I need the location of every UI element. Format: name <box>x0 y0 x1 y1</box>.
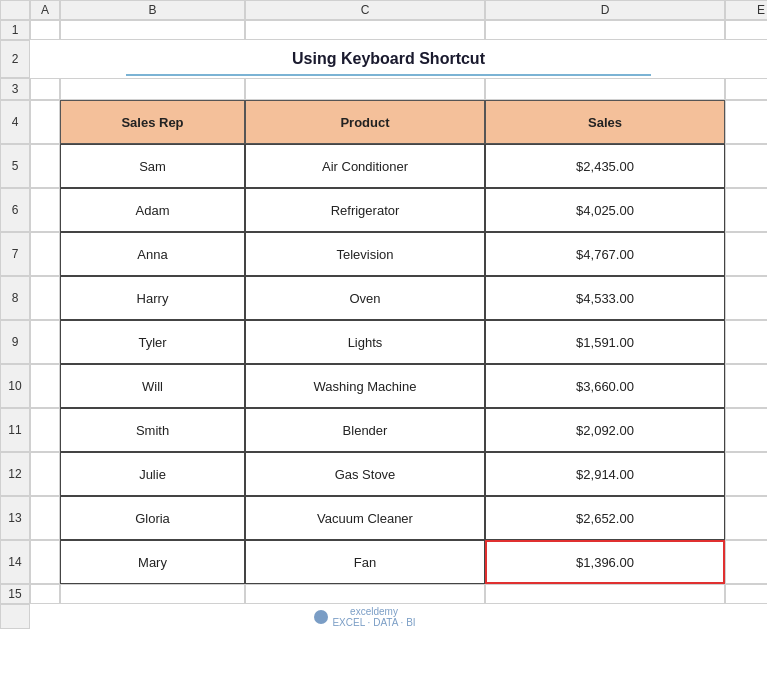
cell-b6: Adam <box>60 188 245 232</box>
cell-d14: $1,396.00 <box>485 540 725 584</box>
row-header-1: 1 <box>0 20 30 40</box>
cell-c12: Gas Stove <box>245 452 485 496</box>
cell-b10: Will <box>60 364 245 408</box>
spreadsheet-title: Using Keyboard Shortcut <box>60 50 717 68</box>
cell-b11: Smith <box>60 408 245 452</box>
row-header-wm <box>0 604 30 629</box>
cell-d11: $2,092.00 <box>485 408 725 452</box>
data-rows: 5 Sam Air Conditioner $2,435.00 6 Adam R… <box>0 144 767 584</box>
col-header-d: D <box>485 0 725 20</box>
row-4: 4 Sales Rep Product Sales <box>0 100 767 144</box>
cell-d5: $2,435.00 <box>485 144 725 188</box>
watermark-line1: exceldemy <box>350 606 398 617</box>
cell-e15 <box>725 584 767 604</box>
cell-a15 <box>30 584 60 604</box>
row-13: 13 Gloria Vacuum Cleaner $2,652.00 <box>0 496 767 540</box>
cell-d9: $1,591.00 <box>485 320 725 364</box>
cell-b12: Julie <box>60 452 245 496</box>
cell-d15 <box>485 584 725 604</box>
product-header: Product <box>340 115 389 130</box>
cell-d6: $4,025.00 <box>485 188 725 232</box>
title-cell: Using Keyboard Shortcut <box>60 40 717 78</box>
cell-a11 <box>30 408 60 452</box>
cell-a9 <box>30 320 60 364</box>
cell-a14 <box>30 540 60 584</box>
cell-e14 <box>725 540 767 584</box>
cell-c4-header: Product <box>245 100 485 144</box>
row-12: 12 Julie Gas Stove $2,914.00 <box>0 452 767 496</box>
row-header-12: 12 <box>0 452 30 496</box>
cell-e13 <box>725 496 767 540</box>
title-underline <box>126 74 652 76</box>
cell-c13: Vacuum Cleaner <box>245 496 485 540</box>
corner-cell <box>0 0 30 20</box>
row-7: 7 Anna Television $4,767.00 <box>0 232 767 276</box>
cell-a1 <box>30 20 60 40</box>
column-headers: A B C D E <box>0 0 767 20</box>
cell-b14: Mary <box>60 540 245 584</box>
col-header-e: E <box>725 0 767 20</box>
cell-c1 <box>245 20 485 40</box>
cell-a8 <box>30 276 60 320</box>
cell-c14: Fan <box>245 540 485 584</box>
row-header-7: 7 <box>0 232 30 276</box>
col-header-c: C <box>245 0 485 20</box>
cell-a2 <box>30 40 60 78</box>
col-header-a: A <box>30 0 60 20</box>
sales-header: Sales <box>588 115 622 130</box>
row-header-8: 8 <box>0 276 30 320</box>
watermark-row: exceldemy EXCEL · DATA · BI <box>0 604 767 629</box>
row-header-13: 13 <box>0 496 30 540</box>
cell-e5 <box>725 144 767 188</box>
cell-d8: $4,533.00 <box>485 276 725 320</box>
cell-d13: $2,652.00 <box>485 496 725 540</box>
row-2: 2 Using Keyboard Shortcut <box>0 40 767 78</box>
cell-d4-header: Sales <box>485 100 725 144</box>
watermark-text: exceldemy EXCEL · DATA · BI <box>332 606 415 628</box>
row-9: 9 Tyler Lights $1,591.00 <box>0 320 767 364</box>
watermark-icon <box>314 610 328 624</box>
row-header-4: 4 <box>0 100 30 144</box>
cell-c3 <box>245 78 485 100</box>
watermark-spacer-d <box>485 604 725 629</box>
cell-b5: Sam <box>60 144 245 188</box>
row-header-6: 6 <box>0 188 30 232</box>
cell-c10: Washing Machine <box>245 364 485 408</box>
cell-e1 <box>725 20 767 40</box>
row-10: 10 Will Washing Machine $3,660.00 <box>0 364 767 408</box>
cell-c7: Television <box>245 232 485 276</box>
row-header-5: 5 <box>0 144 30 188</box>
cell-b1 <box>60 20 245 40</box>
watermark-spacer-a <box>30 604 60 629</box>
cell-c11: Blender <box>245 408 485 452</box>
cell-e6 <box>725 188 767 232</box>
row-header-11: 11 <box>0 408 30 452</box>
col-header-b: B <box>60 0 245 20</box>
cell-a13 <box>30 496 60 540</box>
cell-e11 <box>725 408 767 452</box>
row-8: 8 Harry Oven $4,533.00 <box>0 276 767 320</box>
cell-c9: Lights <box>245 320 485 364</box>
cell-a10 <box>30 364 60 408</box>
cell-e9 <box>725 320 767 364</box>
cell-a5 <box>30 144 60 188</box>
watermark-line2: EXCEL · DATA · BI <box>332 617 415 628</box>
cell-e3 <box>725 78 767 100</box>
cell-e12 <box>725 452 767 496</box>
spreadsheet: A B C D E 1 2 Using Keyboard Shortcut 3 … <box>0 0 767 677</box>
cell-d12: $2,914.00 <box>485 452 725 496</box>
row-header-2: 2 <box>0 40 30 78</box>
watermark-spacer-e <box>725 604 767 629</box>
cell-d3 <box>485 78 725 100</box>
cell-d7: $4,767.00 <box>485 232 725 276</box>
cell-e8 <box>725 276 767 320</box>
cell-b3 <box>60 78 245 100</box>
row-15: 15 <box>0 584 767 604</box>
row-header-15: 15 <box>0 584 30 604</box>
cell-e10 <box>725 364 767 408</box>
cell-d10: $3,660.00 <box>485 364 725 408</box>
cell-b7: Anna <box>60 232 245 276</box>
cell-a3 <box>30 78 60 100</box>
row-header-3: 3 <box>0 78 30 100</box>
cell-b8: Harry <box>60 276 245 320</box>
